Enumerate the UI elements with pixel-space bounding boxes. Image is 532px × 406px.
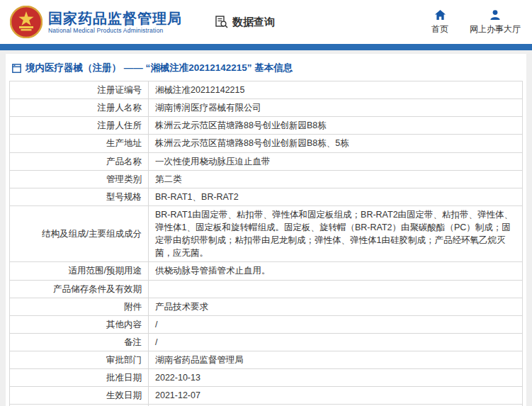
header-divider-bar — [0, 44, 532, 50]
table-row: 注册人名称 湖南博润医疗器械有限公司 — [10, 99, 523, 117]
person-icon — [489, 9, 501, 21]
agency-name-cn: 国家药品监督管理局 — [48, 11, 182, 27]
national-emblem-logo — [10, 6, 43, 38]
table-row: 其他内容 / — [10, 315, 523, 333]
table-row: 注册人住所 株洲云龙示范区苗塘路88号创业创新园B8栋 — [10, 117, 523, 135]
home-icon — [434, 9, 446, 21]
data-query-section[interactable]: 数据查询 — [215, 16, 275, 29]
brand: 国家药品监督管理局 National Medical Products Admi… — [10, 6, 182, 38]
nav-online-hall[interactable]: 网上办事大厅 — [470, 9, 521, 35]
table-row: 管理类别 第二类 — [10, 170, 523, 188]
agency-name-en: National Medical Products Administration — [48, 27, 182, 34]
page-body: 境内医疗器械（注册） —— “湘械注准20212142215” 基本信息 注册证… — [0, 50, 532, 406]
brand-text: 国家药品监督管理局 National Medical Products Admi… — [48, 11, 182, 34]
registration-info-table: 注册证编号 湘械注准20212142215 注册人名称 湖南博润医疗器械有限公司… — [9, 81, 523, 406]
table-row: 生效日期 2021-12-07 — [10, 387, 523, 405]
table-row: 适用范围/预期用途 供桡动脉导管插管术止血用。 — [10, 262, 523, 280]
table-row: 型号规格 BR-RAT1、BR-RAT2 — [10, 188, 523, 205]
page-title-icon — [12, 64, 21, 73]
table-row: 产品储存条件及有效期 — [10, 280, 523, 298]
nav-home[interactable]: 首页 — [431, 9, 448, 35]
site-header: 国家药品监督管理局 National Medical Products Admi… — [0, 0, 532, 44]
page-title-text: 境内医疗器械（注册） —— “湘械注准20212142215” 基本信息 — [26, 62, 293, 74]
content-card: 境内医疗器械（注册） —— “湘械注准20212142215” 基本信息 注册证… — [6, 54, 526, 406]
document-search-icon — [215, 16, 229, 28]
table-row: 产品名称 一次性使用桡动脉压迫止血带 — [10, 152, 523, 170]
table-row: 附件 产品技术要求 — [10, 298, 523, 315]
table-row: 注册证编号 湘械注准20212142215 — [10, 81, 523, 99]
table-row: 批准日期 2022-10-13 — [10, 369, 523, 387]
nav-online-hall-label: 网上办事大厅 — [470, 23, 521, 35]
table-row: 备注 / — [10, 333, 523, 351]
header-nav: 首页 网上办事大厅 — [431, 9, 521, 35]
nav-home-label: 首页 — [431, 23, 448, 35]
data-query-label: 数据查询 — [232, 16, 275, 29]
table-row: 生产地址 株洲云龙示范区苗塘路88号创业创新园B8栋、5栋 — [10, 135, 523, 152]
page-title: 境内医疗器械（注册） —— “湘械注准20212142215” 基本信息 — [9, 60, 523, 81]
table-row: 审批部门 湖南省药品监督管理局 — [10, 351, 523, 369]
table-row: 结构及组成/主要组成成分 BR-RAT1由固定带、粘扣带、弹性体和固定板组成；B… — [10, 205, 523, 262]
